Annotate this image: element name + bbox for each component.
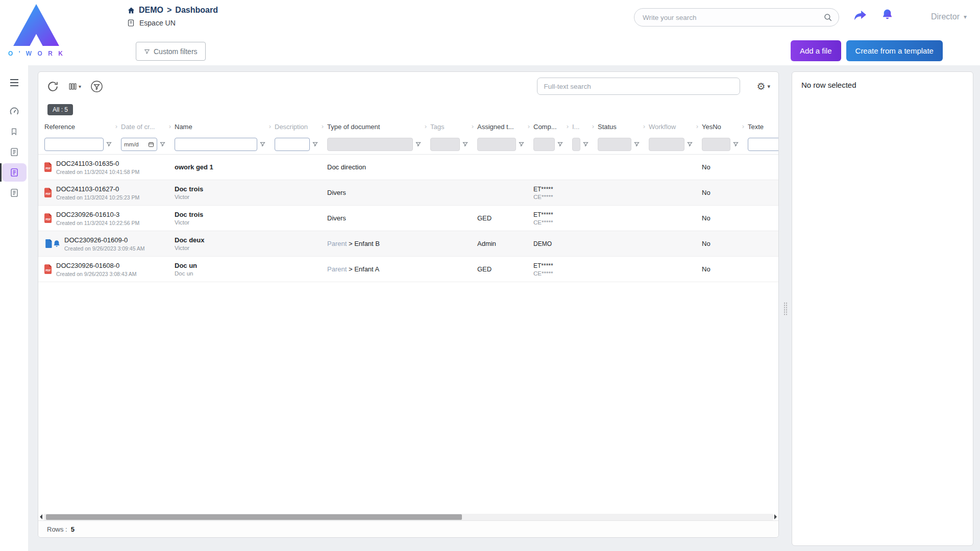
filter-select-i[interactable] [572, 138, 580, 151]
column-header-type-of-document[interactable]: Type of document› [327, 123, 430, 131]
filter-button[interactable] [90, 80, 103, 93]
sort-chevron-icon: › [528, 123, 530, 130]
settings-gear-button[interactable]: ⚙ ▾ [756, 81, 770, 92]
type-name: Divers [327, 189, 346, 196]
type-parent: Parent [327, 240, 349, 247]
funnel-icon[interactable] [415, 141, 421, 147]
scroll-right-arrow[interactable] [774, 514, 777, 519]
table-row[interactable]: PDFDOC241103-01635-0Created on 11/3/2024… [38, 155, 778, 180]
date-filter-input[interactable]: mm/d [121, 138, 157, 151]
filter-input-name[interactable] [175, 138, 257, 151]
sidebar-item-documents-1[interactable] [0, 142, 28, 162]
journal-icon [127, 19, 135, 27]
filter-input-texte[interactable] [748, 138, 779, 151]
sidebar-item-dashboard[interactable] [0, 101, 28, 121]
refresh-button[interactable] [46, 80, 59, 93]
panel-resize-grip[interactable] [783, 302, 788, 315]
cell-company: ET*****CE***** [533, 186, 572, 200]
bell-icon[interactable] [881, 8, 894, 23]
sidebar-item-documents-2[interactable] [0, 162, 28, 183]
sort-chevron-icon: › [567, 123, 569, 130]
column-header-workflow[interactable]: Workflow› [649, 123, 702, 131]
funnel-icon[interactable] [106, 141, 112, 147]
document-subname: Victor [175, 245, 275, 251]
global-search-input[interactable] [634, 9, 839, 26]
add-file-button[interactable]: Add a file [791, 40, 841, 61]
filter-select-tags[interactable] [430, 138, 460, 151]
column-header-description[interactable]: Description› [275, 123, 327, 131]
share-icon[interactable] [853, 9, 867, 23]
funnel-icon[interactable] [733, 141, 739, 147]
filter-circle-icon [90, 80, 103, 93]
filter-select-status[interactable] [598, 138, 631, 151]
column-header-name[interactable]: Name› [175, 123, 275, 131]
left-sidebar [0, 65, 28, 551]
column-header-tags[interactable]: Tags› [430, 123, 477, 131]
column-header-assigned-t[interactable]: Assigned t...› [477, 123, 533, 131]
chevron-down-icon: ▾ [79, 84, 81, 89]
funnel-icon[interactable] [160, 141, 165, 147]
funnel-icon[interactable] [687, 141, 693, 147]
funnel-icon[interactable] [634, 141, 640, 147]
funnel-icon[interactable] [519, 141, 524, 147]
table-body: PDFDOC241103-01635-0Created on 11/3/2024… [38, 155, 778, 513]
column-header-comp[interactable]: Comp...› [533, 123, 572, 131]
filter-input-description[interactable] [275, 138, 310, 151]
hamburger-icon [10, 79, 19, 86]
sidebar-item-bookmarks[interactable] [0, 121, 28, 142]
custom-filters-button[interactable]: Custom filters [136, 42, 206, 61]
user-menu[interactable]: Director ▾ [931, 12, 967, 21]
funnel-icon[interactable] [312, 141, 318, 147]
home-icon[interactable] [127, 7, 135, 14]
cell-type: Parent > Enfant A [327, 265, 430, 273]
sidebar-item-menu-toggle[interactable] [0, 72, 28, 93]
journal-icon [10, 147, 19, 157]
column-label: Comp... [533, 123, 557, 131]
table-row[interactable]: DOC230926-01609-0Created on 9/26/2023 3:… [38, 231, 778, 257]
funnel-icon[interactable] [583, 141, 589, 147]
column-header-yesno[interactable]: YesNo› [702, 123, 748, 131]
filter-select-yesno[interactable] [702, 138, 730, 151]
column-header-reference[interactable]: Reference› [44, 123, 121, 131]
cell-name: owork ged 1 [175, 163, 275, 171]
table-row[interactable]: PDFDOC241103-01627-0Created on 11/3/2024… [38, 180, 778, 206]
document-name: Doc trois [175, 211, 275, 218]
breadcrumb-home[interactable]: DEMO [139, 6, 163, 15]
app-logo[interactable]: O ' W O R K [8, 3, 64, 57]
filter-select-comp[interactable] [533, 138, 555, 151]
calendar-icon[interactable] [148, 141, 154, 147]
filter-select-assigned-t[interactable] [477, 138, 516, 151]
filter-input-reference[interactable] [44, 138, 104, 151]
funnel-icon[interactable] [557, 141, 563, 147]
documents-table-card: ▾ ⚙ ▾ All : 5 Reference›Date of cr...›Na… [38, 71, 779, 538]
columns-button[interactable]: ▾ [68, 82, 81, 91]
column-header-texte[interactable]: Texte› [748, 123, 779, 131]
scrollbar-track[interactable] [43, 514, 773, 520]
type-name: Divers [327, 214, 346, 222]
cell-yesno: No [702, 240, 748, 247]
table-row[interactable]: PDFDOC230926-01610-3Created on 11/3/2024… [38, 206, 778, 231]
column-header-date-of-cr[interactable]: Date of cr...› [121, 123, 175, 131]
funnel-icon[interactable] [260, 141, 265, 147]
sort-chevron-icon: › [696, 123, 698, 130]
tab-all[interactable]: All : 5 [47, 104, 73, 115]
fulltext-search-input[interactable] [537, 78, 740, 95]
create-template-button[interactable]: Create from a template [846, 40, 943, 61]
table-row[interactable]: PDFDOC230926-01608-0Created on 9/26/2023… [38, 257, 778, 282]
filter-cell-name [175, 138, 275, 151]
cell-reference: PDFDOC230926-01608-0Created on 9/26/2023… [44, 262, 121, 277]
filter-select-type-of-document[interactable] [327, 138, 413, 151]
scrollbar-thumb[interactable] [46, 514, 462, 520]
column-label: Reference [44, 123, 75, 131]
scroll-left-arrow[interactable] [40, 514, 42, 519]
bookmark-icon [10, 127, 18, 136]
column-header-status[interactable]: Status› [598, 123, 649, 131]
sidebar-item-documents-3[interactable] [0, 183, 28, 203]
horizontal-scrollbar[interactable] [38, 513, 778, 520]
funnel-icon[interactable] [462, 141, 468, 147]
column-header-i[interactable]: I...› [572, 123, 598, 131]
cell-name: Doc unDoc un [175, 262, 275, 277]
search-icon[interactable] [823, 13, 832, 24]
global-search[interactable] [634, 8, 839, 27]
filter-select-workflow[interactable] [649, 138, 684, 151]
